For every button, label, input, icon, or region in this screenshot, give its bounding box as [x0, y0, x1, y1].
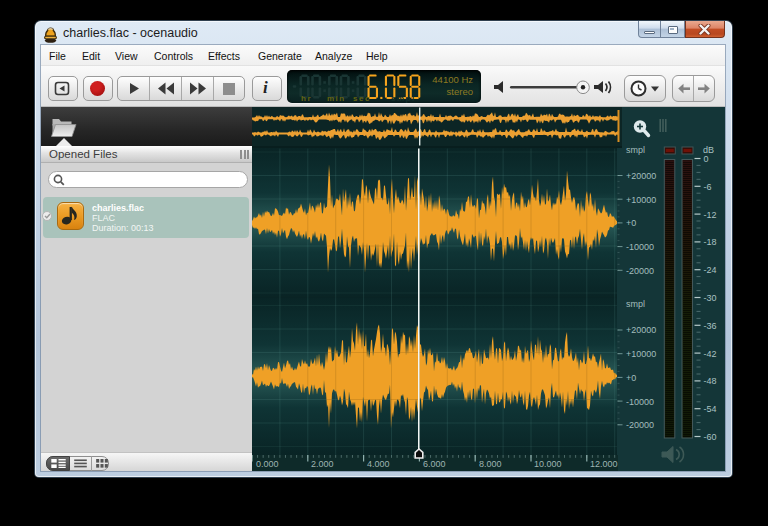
svg-text:-10000: -10000 [626, 397, 654, 407]
svg-text:-60: -60 [704, 432, 717, 442]
svg-text:-30: -30 [704, 293, 717, 303]
svg-text:smpl: smpl [626, 145, 645, 155]
svg-text:+0: +0 [626, 373, 636, 383]
svg-text:+20000: +20000 [626, 171, 656, 181]
svg-text:2.000: 2.000 [311, 459, 334, 469]
svg-text:+10000: +10000 [626, 349, 656, 359]
svg-text:12.000: 12.000 [590, 459, 618, 469]
svg-text:-24: -24 [704, 265, 717, 275]
svg-text:4.000: 4.000 [367, 459, 390, 469]
svg-text:-42: -42 [704, 349, 717, 359]
svg-text:dB: dB [703, 145, 714, 155]
svg-text:10.000: 10.000 [534, 459, 562, 469]
svg-text:min: min [327, 94, 346, 103]
svg-text:-20000: -20000 [626, 266, 654, 276]
svg-text:-12: -12 [704, 210, 717, 220]
svg-text:0: 0 [704, 154, 709, 164]
svg-text:8.000: 8.000 [479, 459, 502, 469]
svg-text:-20000: -20000 [626, 420, 654, 430]
svg-text:hr: hr [301, 94, 312, 103]
svg-text:-54: -54 [704, 404, 717, 414]
svg-text:+0: +0 [626, 218, 636, 228]
svg-text:-48: -48 [704, 376, 717, 386]
svg-text:sec: sec [353, 94, 371, 103]
svg-text:44100 Hz: 44100 Hz [432, 74, 473, 85]
svg-text:6.000: 6.000 [423, 459, 446, 469]
svg-text:stereo: stereo [447, 86, 473, 97]
svg-text:+10000: +10000 [626, 195, 656, 205]
svg-text:0.000: 0.000 [256, 459, 279, 469]
svg-text:-18: -18 [704, 237, 717, 247]
svg-text:-6: -6 [704, 182, 712, 192]
svg-text:-36: -36 [704, 321, 717, 331]
svg-text:smpl: smpl [391, 94, 416, 103]
svg-text:+20000: +20000 [626, 325, 656, 335]
svg-text:smpl: smpl [626, 299, 645, 309]
svg-text:-10000: -10000 [626, 242, 654, 252]
